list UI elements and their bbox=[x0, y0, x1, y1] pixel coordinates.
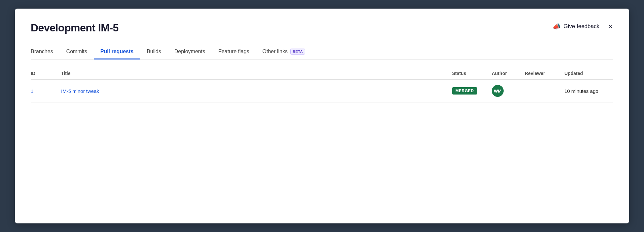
col-header-status: Status bbox=[448, 67, 488, 80]
cell-status: MERGED bbox=[448, 80, 488, 102]
tab-pull-requests[interactable]: Pull requests bbox=[94, 45, 140, 59]
header-actions: 📣 Give feedback × bbox=[553, 22, 613, 31]
close-button[interactable]: × bbox=[607, 22, 613, 31]
col-header-id: ID bbox=[31, 67, 57, 80]
modal-title: Development IM-5 bbox=[31, 22, 119, 34]
pull-requests-table: ID Title Status Author Reviewer Updated … bbox=[31, 67, 613, 102]
col-header-title: Title bbox=[57, 67, 448, 80]
col-header-reviewer: Reviewer bbox=[521, 67, 560, 80]
beta-badge: BETA bbox=[290, 49, 305, 55]
pull-requests-table-container: ID Title Status Author Reviewer Updated … bbox=[31, 67, 613, 102]
pr-title-link[interactable]: IM-5 minor tweak bbox=[61, 88, 99, 94]
status-badge: MERGED bbox=[452, 87, 477, 95]
table-row: 1 IM-5 minor tweak MERGED WM 10 minutes … bbox=[31, 80, 613, 102]
tab-other-links[interactable]: Other links BETA bbox=[256, 45, 312, 59]
tab-builds[interactable]: Builds bbox=[140, 45, 168, 59]
megaphone-icon: 📣 bbox=[553, 22, 561, 30]
cell-title: IM-5 minor tweak bbox=[57, 80, 448, 102]
give-feedback-button[interactable]: 📣 Give feedback bbox=[553, 22, 599, 30]
cell-author: WM bbox=[488, 80, 521, 102]
tab-deployments[interactable]: Deployments bbox=[168, 45, 212, 59]
cell-reviewer bbox=[521, 80, 560, 102]
col-header-updated: Updated bbox=[560, 67, 613, 80]
tab-feature-flags[interactable]: Feature flags bbox=[212, 45, 256, 59]
pr-id-link[interactable]: 1 bbox=[31, 88, 33, 94]
tab-other-links-label: Other links bbox=[263, 49, 288, 55]
col-header-author: Author bbox=[488, 67, 521, 80]
tab-branches[interactable]: Branches bbox=[31, 45, 60, 59]
cell-id: 1 bbox=[31, 80, 57, 102]
cell-updated: 10 minutes ago bbox=[560, 80, 613, 102]
feedback-label: Give feedback bbox=[563, 23, 599, 30]
modal: Development IM-5 📣 Give feedback × Branc… bbox=[15, 9, 629, 223]
tabs-nav: Branches Commits Pull requests Builds De… bbox=[31, 45, 613, 59]
table-header-row: ID Title Status Author Reviewer Updated bbox=[31, 67, 613, 80]
tab-commits[interactable]: Commits bbox=[60, 45, 94, 59]
table-header: ID Title Status Author Reviewer Updated bbox=[31, 67, 613, 80]
table-body: 1 IM-5 minor tweak MERGED WM 10 minutes … bbox=[31, 80, 613, 102]
close-icon: × bbox=[608, 22, 613, 31]
modal-header: Development IM-5 📣 Give feedback × bbox=[31, 22, 613, 34]
avatar: WM bbox=[492, 85, 504, 97]
